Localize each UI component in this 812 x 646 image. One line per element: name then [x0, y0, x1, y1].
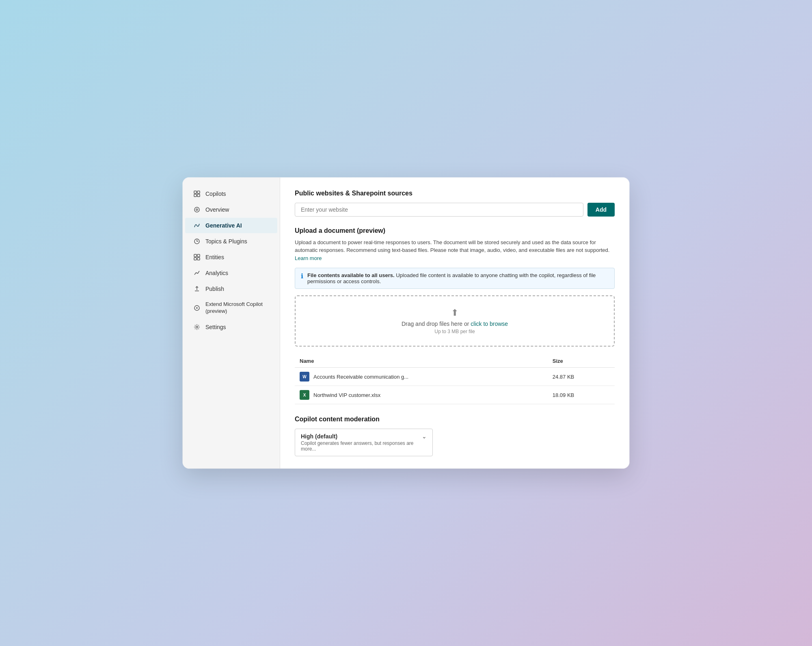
word-icon: W [300, 372, 309, 382]
moderation-title: Copilot content moderation [295, 416, 615, 423]
sidebar-item-overview[interactable]: Overview [185, 202, 277, 217]
learn-more-link[interactable]: Learn more [295, 255, 322, 261]
extend-icon [193, 304, 201, 312]
svg-rect-3 [197, 194, 200, 197]
svg-rect-0 [194, 191, 197, 193]
excel-icon: X [300, 390, 309, 400]
svg-point-12 [196, 326, 198, 328]
sidebar-item-settings[interactable]: Settings [185, 319, 277, 335]
file-name-cell-2: X Northwind VIP customer.xlsx [295, 386, 548, 404]
moderation-dropdown-header: High (default) ⌄ [301, 433, 427, 440]
sidebar-item-generative-ai[interactable]: Generative AI [185, 218, 277, 233]
sidebar-item-entities[interactable]: Entities [185, 249, 277, 265]
sidebar-item-extend-copilot[interactable]: Extend Microsoft Copilot (preview) [185, 297, 277, 319]
svg-rect-2 [194, 194, 197, 197]
app-window: Copilots Overview Generative AI [183, 178, 629, 469]
info-banner: ℹ File contents available to all users. … [295, 268, 615, 289]
moderation-dropdown[interactable]: High (default) ⌄ Copilot generates fewer… [295, 429, 433, 456]
files-table: Name Size W Accounts Receivable communic… [295, 355, 615, 404]
file-entry-2: X Northwind VIP customer.xlsx [300, 390, 543, 400]
sidebar-item-publish[interactable]: Publish [185, 281, 277, 297]
sidebar-label-analytics: Analytics [205, 270, 228, 276]
sidebar: Copilots Overview Generative AI [183, 178, 280, 469]
table-row: X Northwind VIP customer.xlsx 18.09 KB [295, 386, 615, 404]
file-size-cell-1: 24.87 KB [548, 368, 615, 386]
moderation-dropdown-hint: Copilot generates fewer answers, but res… [301, 440, 427, 452]
svg-rect-7 [194, 254, 197, 257]
browse-link[interactable]: click to browse [471, 321, 508, 327]
analytics-icon [193, 269, 201, 277]
publish-icon [193, 285, 201, 293]
svg-point-5 [196, 209, 198, 210]
sidebar-label-overview: Overview [205, 206, 229, 213]
overview-icon [193, 206, 201, 213]
drop-zone-text: Drag and drop files here or click to bro… [307, 321, 603, 327]
sidebar-label-topics-plugins: Topics & Plugins [205, 238, 247, 245]
main-content: Public websites & Sharepoint sources Add… [280, 178, 629, 469]
sidebar-label-extend-copilot: Extend Microsoft Copilot (preview) [205, 301, 269, 315]
upload-section-title: Upload a document (preview) [295, 227, 615, 234]
col-size: Size [548, 355, 615, 368]
svg-point-4 [194, 207, 199, 212]
drop-zone-hint: Up to 3 MB per file [307, 329, 603, 334]
upload-icon: ⬆ [307, 308, 603, 318]
file-name-cell-1: W Accounts Receivable communication g... [295, 368, 548, 386]
table-header-row: Name Size [295, 355, 615, 368]
website-section-title: Public websites & Sharepoint sources [295, 190, 615, 197]
svg-rect-10 [197, 258, 200, 260]
chevron-down-icon: ⌄ [422, 433, 427, 440]
sidebar-item-analytics[interactable]: Analytics [185, 265, 277, 281]
entities-icon [193, 254, 201, 261]
sidebar-label-publish: Publish [205, 286, 224, 292]
grid-icon [193, 190, 201, 197]
table-row: W Accounts Receivable communication g...… [295, 368, 615, 386]
info-banner-text: File contents available to all users. Up… [307, 272, 609, 284]
sidebar-label-entities: Entities [205, 254, 224, 260]
topics-icon [193, 238, 201, 245]
moderation-dropdown-label: High (default) [301, 433, 337, 440]
drop-zone[interactable]: ⬆ Drag and drop files here or click to b… [295, 295, 615, 347]
generative-icon [193, 222, 201, 229]
settings-icon [193, 323, 201, 331]
upload-description: Upload a document to power real-time res… [295, 238, 615, 262]
svg-rect-9 [194, 258, 197, 260]
sidebar-item-copilots[interactable]: Copilots [185, 186, 277, 202]
svg-rect-8 [197, 254, 200, 257]
col-name: Name [295, 355, 548, 368]
sidebar-label-copilots: Copilots [205, 191, 226, 197]
add-button[interactable]: Add [587, 203, 615, 217]
file-entry-1: W Accounts Receivable communication g... [300, 372, 543, 382]
sidebar-label-settings: Settings [205, 324, 226, 330]
sidebar-item-topics-plugins[interactable]: Topics & Plugins [185, 234, 277, 249]
website-input-row: Add [295, 203, 615, 217]
sidebar-label-generative-ai: Generative AI [205, 222, 242, 229]
file-size-cell-2: 18.09 KB [548, 386, 615, 404]
svg-rect-1 [197, 191, 200, 193]
website-input[interactable] [295, 203, 583, 217]
info-icon: ℹ [301, 272, 303, 280]
